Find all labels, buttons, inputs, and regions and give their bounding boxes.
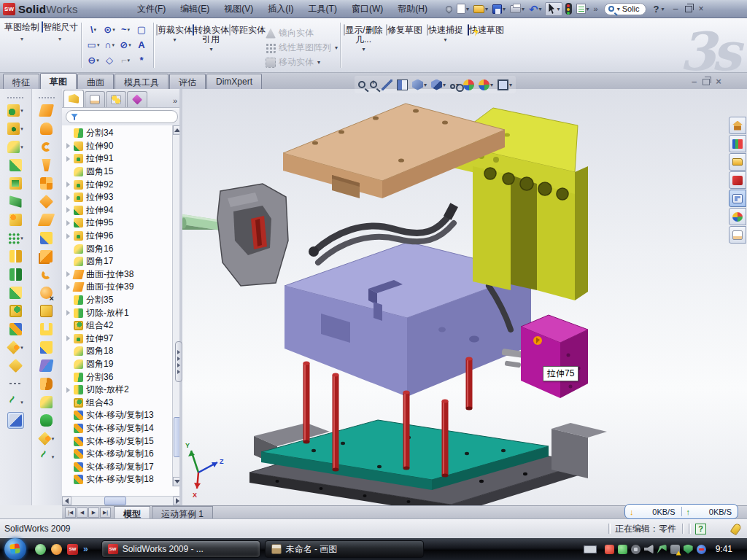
surface-tool-button[interactable]: ▾	[40, 303, 53, 319]
scrollbar-thumb[interactable]	[104, 497, 126, 505]
view-tool-button[interactable]: ▾	[411, 78, 428, 92]
feature-tree-item[interactable]: 拉伸91	[66, 152, 182, 166]
ribbon-tab[interactable]: 草图	[40, 73, 77, 89]
command-button[interactable]: 等距实体 ▾	[229, 21, 266, 54]
select-button[interactable]: ▾	[545, 2, 562, 16]
feature-tool-button[interactable]: ▾	[9, 211, 22, 228]
volume-tray-icon[interactable]	[644, 545, 654, 554]
tag-icon[interactable]	[730, 522, 743, 535]
pin-icon[interactable]	[444, 5, 454, 13]
tree-horizontal-scrollbar[interactable]	[62, 496, 182, 505]
ribbon-tab[interactable]: 曲面	[77, 74, 114, 89]
panel-overflow-icon[interactable]: »	[170, 96, 180, 107]
task-pane-tab[interactable]	[729, 171, 746, 189]
expand-arrow-icon[interactable]	[66, 231, 74, 241]
command-button[interactable]: 剪裁实体 ▾	[156, 21, 193, 54]
feature-tree-item[interactable]: 实体-移动/复制18	[66, 473, 182, 486]
surface-tool-button[interactable]: ▾	[42, 139, 51, 155]
sketch-entity-button[interactable]: ~▾	[117, 22, 133, 37]
command-button[interactable]: 镜向实体 ▾	[266, 27, 338, 39]
feature-tool-button[interactable]: ▾	[9, 193, 22, 210]
sketch-entity-button[interactable]: \▾	[85, 22, 101, 37]
menu-item[interactable]: 视图(V)	[217, 1, 260, 18]
surface-tool-button[interactable]: ▾	[40, 248, 53, 265]
feature-tool-button[interactable]: ▾	[7, 230, 23, 246]
help-button[interactable]: ?▾	[651, 3, 666, 15]
feature-tool-button[interactable]: ▾	[7, 120, 23, 137]
solidworks-quick-launch-icon[interactable]: SW	[67, 544, 78, 555]
sketch-entity-button[interactable]: ◇▾	[101, 52, 117, 68]
feature-tree-item[interactable]: 实体-移动/复制13	[66, 409, 182, 422]
expand-arrow-icon[interactable]	[66, 308, 74, 318]
network-warning-tray-icon[interactable]	[670, 545, 680, 554]
model-magenta-block[interactable]	[521, 315, 588, 398]
start-button[interactable]	[4, 538, 26, 560]
taskbar-task-button[interactable]: 未命名 - 画图	[265, 540, 424, 558]
security-alert-tray-icon[interactable]	[605, 545, 614, 554]
feature-tree-item[interactable]: 实体-移动/复制17	[66, 460, 182, 473]
surface-tool-button[interactable]: ▾	[40, 339, 53, 356]
doc-restore-button[interactable]	[703, 79, 710, 85]
keyboard-layout-icon[interactable]	[584, 545, 597, 553]
update-tray-icon[interactable]	[657, 545, 667, 554]
tab-nav-button[interactable]: |◀	[65, 508, 76, 518]
menu-item[interactable]: 插入(I)	[261, 1, 300, 18]
view-tool-button[interactable]: ▾	[368, 79, 379, 90]
surface-tool-button[interactable]: ▾	[40, 394, 53, 411]
open-button[interactable]: ▾	[472, 4, 489, 14]
feature-tree-item[interactable]: 圆角16	[66, 242, 182, 255]
model-tan-plate[interactable]	[283, 104, 505, 198]
save-button[interactable]: ▾	[491, 4, 507, 15]
feature-tool-button[interactable]: ▾	[9, 248, 22, 265]
sketch-entity-button[interactable]: *▾	[133, 52, 150, 68]
sketch-entity-button[interactable]: ⊖▾	[85, 52, 101, 68]
feature-tree-item[interactable]: 曲面-拉伸39	[66, 281, 182, 294]
surface-tool-button[interactable]: ▾	[40, 102, 53, 119]
surface-tool-button[interactable]: ▾	[39, 448, 55, 465]
feature-tree-item[interactable]: 圆角15	[66, 166, 182, 179]
task-pane-tab[interactable]	[729, 135, 746, 152]
menu-item[interactable]: 文件(F)	[131, 1, 172, 18]
surface-tool-button[interactable]: ▾	[40, 120, 53, 137]
surface-tool-button[interactable]: ▾	[42, 266, 51, 283]
tab-nav-button[interactable]: ▶|	[100, 508, 111, 518]
task-pane-tab[interactable]	[729, 190, 746, 207]
command-button[interactable]: 修复草图 ▾	[384, 21, 425, 54]
feature-tree-item[interactable]: 曲面-拉伸38	[66, 268, 182, 281]
expand-arrow-icon[interactable]	[66, 141, 74, 151]
graphics-viewport[interactable]: Y Z X	[182, 89, 747, 505]
command-button[interactable]: 线性草图阵列 ▾	[266, 42, 338, 54]
feature-tree-item[interactable]: 实体-移动/复制16	[66, 448, 182, 461]
expand-arrow-icon[interactable]	[66, 385, 74, 395]
sync-tray-icon[interactable]	[697, 545, 706, 554]
task-pane-tab[interactable]	[729, 117, 746, 134]
feature-tool-button[interactable]: ▾	[7, 394, 23, 411]
doc-close-button[interactable]: ×	[716, 77, 721, 86]
surface-tool-button[interactable]: ▾	[40, 230, 53, 246]
feature-tool-button[interactable]: ▾	[9, 175, 22, 192]
command-button[interactable]: 快速捕捉 ▾	[425, 21, 465, 54]
view-tool-button[interactable]: ▾	[357, 79, 367, 90]
ribbon-tab[interactable]: DimXpert	[206, 74, 262, 89]
sketch-entity-button[interactable]: ⊙▾	[101, 22, 117, 37]
surface-tool-button[interactable]: ▾	[40, 412, 53, 429]
scroll-left-icon[interactable]	[62, 497, 71, 505]
expand-arrow-icon[interactable]	[66, 179, 74, 190]
view-tool-button[interactable]: ▾	[462, 78, 476, 92]
tab-nav-button[interactable]: ▶	[88, 508, 99, 518]
ribbon-tab[interactable]: 特征	[3, 74, 39, 89]
model-gray-clamp[interactable]	[217, 184, 288, 286]
shield-tray-icon[interactable]	[684, 545, 693, 554]
print-button[interactable]: ▾	[508, 4, 526, 14]
tree-filter-input[interactable]	[66, 110, 178, 123]
menu-item[interactable]: 编辑(E)	[174, 1, 216, 18]
view-tool-button[interactable]: ▾	[449, 79, 460, 90]
command-button[interactable]: 移动实体 ▾	[266, 56, 338, 69]
surface-tool-button[interactable]: ▾	[40, 193, 53, 210]
feature-tree-item[interactable]: 分割34	[66, 127, 182, 140]
feature-tree-item[interactable]: 圆角17	[66, 255, 182, 268]
taskbar-task-button[interactable]: SW SolidWorks 2009 - ...	[101, 540, 260, 558]
view-tool-button[interactable]: ▾	[477, 78, 495, 92]
quick-launch-overflow-icon[interactable]: »	[83, 544, 88, 554]
feature-tool-button[interactable]: ▾	[9, 321, 22, 338]
